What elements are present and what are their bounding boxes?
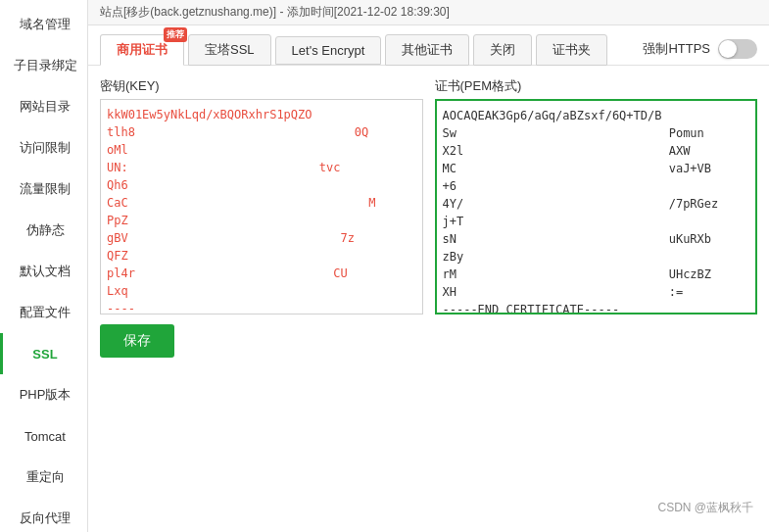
sidebar-item-PHP版本[interactable]: PHP版本 <box>0 374 87 415</box>
sidebar-item-子目录绑定[interactable]: 子目录绑定 <box>0 45 87 86</box>
force-https-toggle[interactable] <box>718 39 757 59</box>
sidebar-item-Tomcat[interactable]: Tomcat <box>0 415 87 457</box>
top-hint-text: 站点[移步(back.getznushang.me)] - 添加时间[2021-… <box>100 5 450 19</box>
tab-0[interactable]: 商用证书 <box>100 34 184 66</box>
top-hint-bar: 站点[移步(back.getznushang.me)] - 添加时间[2021-… <box>88 0 769 25</box>
sidebar-item-网站目录[interactable]: 网站目录 <box>0 86 87 127</box>
force-https-label: 强制HTTPS <box>643 40 710 58</box>
sidebar-item-反向代理[interactable]: 反向代理 <box>0 498 87 532</box>
sidebar-item-流量限制[interactable]: 流量限制 <box>0 169 87 210</box>
sidebar: 域名管理子目录绑定网站目录访问限制流量限制伪静态默认文档配置文件SSLPHP版本… <box>0 0 88 532</box>
cert-label: 证书(PEM格式) <box>435 77 758 95</box>
sidebar-item-域名管理[interactable]: 域名管理 <box>0 4 87 45</box>
cert-input[interactable] <box>435 99 758 314</box>
key-column: 密钥(KEY) <box>100 77 423 314</box>
tabs-row: 商用证书宝塔SSLLet's Encrypt其他证书关闭证书夹 强制HTTPS <box>88 25 769 66</box>
sidebar-item-配置文件[interactable]: 配置文件 <box>0 292 87 333</box>
save-row: 保存 <box>100 324 757 358</box>
save-button[interactable]: 保存 <box>100 324 174 358</box>
force-https-container: 强制HTTPS <box>643 39 757 59</box>
cert-column: 证书(PEM格式) <box>435 77 758 314</box>
sidebar-item-重定向[interactable]: 重定向 <box>0 457 87 498</box>
ssl-content: 密钥(KEY) 证书(PEM格式) 保存 <box>88 66 769 532</box>
key-label: 密钥(KEY) <box>100 77 423 95</box>
sidebar-item-伪静态[interactable]: 伪静态 <box>0 210 87 251</box>
watermark: CSDN @蓝枫秋千 <box>657 500 753 516</box>
tab-4[interactable]: 关闭 <box>473 34 532 66</box>
main-content: 站点[移步(back.getznushang.me)] - 添加时间[2021-… <box>88 0 769 532</box>
sidebar-item-SSL[interactable]: SSL <box>0 333 87 374</box>
key-input[interactable] <box>100 99 423 314</box>
tab-3[interactable]: 其他证书 <box>385 34 469 66</box>
tab-1[interactable]: 宝塔SSL <box>188 34 271 66</box>
tab-2[interactable]: Let's Encrypt <box>275 36 382 65</box>
sidebar-item-访问限制[interactable]: 访问限制 <box>0 127 87 169</box>
tab-5[interactable]: 证书夹 <box>536 34 607 66</box>
certificate-inputs: 密钥(KEY) 证书(PEM格式) <box>100 77 757 314</box>
sidebar-item-默认文档[interactable]: 默认文档 <box>0 251 87 292</box>
